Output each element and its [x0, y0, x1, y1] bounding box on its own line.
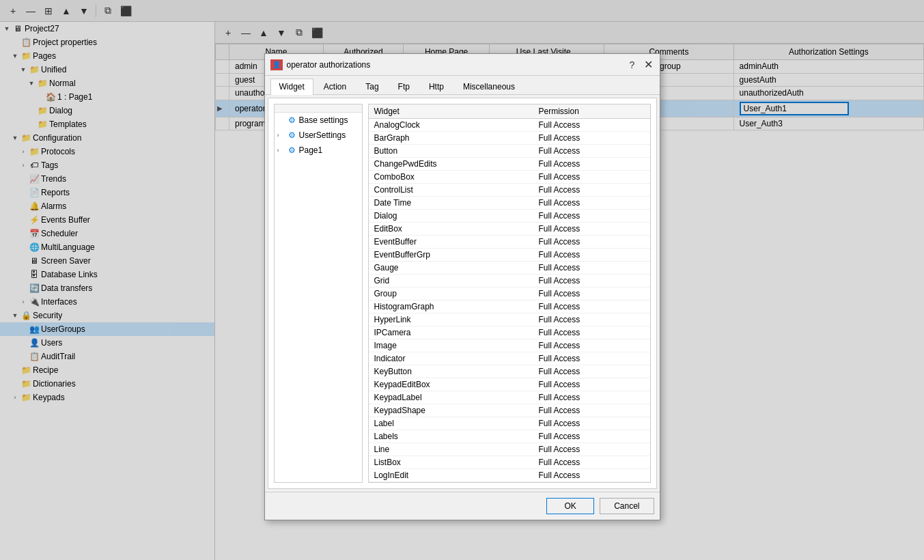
perm-permission: Full Access — [533, 158, 649, 171]
perm-row[interactable]: ImageFull Access — [369, 339, 650, 352]
perm-row[interactable]: Date TimeFull Access — [369, 197, 650, 210]
tab-http[interactable]: Http — [420, 79, 453, 94]
perm-row[interactable]: GroupFull Access — [369, 288, 650, 300]
perm-widget-name: KeypadEditBox — [369, 378, 533, 391]
tab-action[interactable]: Action — [315, 79, 355, 94]
perm-permission: Full Access — [533, 326, 649, 339]
perm-row[interactable]: DialogFull Access — [369, 210, 650, 223]
tree-item-base-settings[interactable]: ⚙ Base settings — [275, 113, 362, 128]
perm-permission: Full Access — [533, 300, 649, 313]
perm-row[interactable]: LabelsFull Access — [369, 430, 650, 443]
perm-widget-name: ListBox — [369, 456, 533, 469]
tree-item-user-settings[interactable]: › ⚙ UserSettings — [275, 128, 362, 143]
perm-widget-name: Dialog — [369, 210, 533, 223]
tree-expand-arrow: › — [277, 132, 285, 139]
perm-permission: Full Access — [533, 339, 649, 352]
perm-permission: Full Access — [533, 119, 649, 132]
perm-row[interactable]: LineFull Access — [369, 443, 650, 456]
perm-widget-name: AnalogClock — [369, 119, 533, 132]
tree-item-label: UserSettings — [299, 130, 346, 140]
perm-widget-name: BarGraph — [369, 132, 533, 145]
perm-widget-name: Date Time — [369, 197, 533, 210]
perm-widget-name: Line — [369, 443, 533, 456]
perm-row[interactable]: ComboBoxFull Access — [369, 171, 650, 184]
tab-miscellaneous[interactable]: Miscellaneous — [454, 79, 524, 94]
perm-row[interactable]: EventBufferGrpFull Access — [369, 249, 650, 262]
modal-permissions: Widget Permission AnalogClockFull Access… — [368, 104, 651, 483]
perm-row[interactable]: HistogramGraphFull Access — [369, 300, 650, 313]
perm-widget-name: Group — [369, 288, 533, 300]
perm-row[interactable]: BarGraphFull Access — [369, 132, 650, 145]
perm-permission: Full Access — [533, 456, 649, 469]
perm-widget-name: EditBox — [369, 223, 533, 236]
perm-permission: Full Access — [533, 262, 649, 275]
perm-row[interactable]: KeyButtonFull Access — [369, 365, 650, 378]
perm-permission: Full Access — [533, 404, 649, 417]
perm-widget-name: Image — [369, 339, 533, 352]
help-button[interactable]: ? — [626, 59, 639, 71]
perm-permission: Full Access — [533, 236, 649, 249]
perm-widget-name: Indicator — [369, 352, 533, 365]
modal-controls: ? ✕ — [626, 58, 654, 71]
perm-row[interactable]: KeypadLabelFull Access — [369, 391, 650, 404]
perm-row[interactable]: ButtonFull Access — [369, 145, 650, 158]
perm-row[interactable]: KeypadEditBoxFull Access — [369, 378, 650, 391]
perm-row[interactable]: HyperLinkFull Access — [369, 313, 650, 326]
perm-row[interactable]: EventBufferFull Access — [369, 236, 650, 249]
modal-tree: ⚙ Base settings › ⚙ UserSettings › ⚙ Pag… — [274, 104, 363, 483]
perm-row[interactable]: EditBoxFull Access — [369, 223, 650, 236]
perm-permission: Full Access — [533, 197, 649, 210]
tab-widget[interactable]: Widget — [270, 79, 313, 95]
perm-permission: Full Access — [533, 275, 649, 288]
permissions-table: Widget Permission AnalogClockFull Access… — [369, 104, 650, 482]
cancel-button[interactable]: Cancel — [600, 498, 654, 514]
ok-button[interactable]: OK — [546, 498, 594, 514]
perm-permission: Full Access — [533, 223, 649, 236]
perm-permission: Full Access — [533, 184, 649, 197]
perm-permission: Full Access — [533, 352, 649, 365]
perm-row[interactable]: IPCameraFull Access — [369, 326, 650, 339]
perm-col-permission: Permission — [533, 104, 649, 119]
perm-widget-name: IPCamera — [369, 326, 533, 339]
perm-row[interactable]: GridFull Access — [369, 275, 650, 288]
perm-widget-name: Label — [369, 417, 533, 430]
perm-widget-name: HyperLink — [369, 313, 533, 326]
perm-permission: Full Access — [533, 391, 649, 404]
perm-permission: Full Access — [533, 469, 649, 482]
perm-row[interactable]: IndicatorFull Access — [369, 352, 650, 365]
perm-permission: Full Access — [533, 145, 649, 158]
perm-widget-name: Labels — [369, 430, 533, 443]
perm-row[interactable]: AnalogClockFull Access — [369, 119, 650, 132]
perm-widget-name: Button — [369, 145, 533, 158]
perm-widget-name: KeyButton — [369, 365, 533, 378]
perm-widget-name: LogInEdit — [369, 469, 533, 482]
perm-row[interactable]: ControlListFull Access — [369, 184, 650, 197]
perm-row[interactable]: ChangePwdEditsFull Access — [369, 158, 650, 171]
tree-item-label: Page1 — [299, 145, 323, 155]
perm-permission: Full Access — [533, 378, 649, 391]
perm-row[interactable]: LabelFull Access — [369, 417, 650, 430]
perm-row[interactable]: ListBoxFull Access — [369, 456, 650, 469]
perm-widget-name: Grid — [369, 275, 533, 288]
gear-icon: ⚙ — [287, 130, 298, 141]
perm-widget-name: ComboBox — [369, 171, 533, 184]
modal-tabs: Widget Action Tag Ftp Http Miscellaneous — [265, 76, 660, 95]
perm-permission: Full Access — [533, 417, 649, 430]
perm-widget-name: KeypadLabel — [369, 391, 533, 404]
perm-widget-name: EventBufferGrp — [369, 249, 533, 262]
perm-widget-name: HistogramGraph — [369, 300, 533, 313]
perm-permission: Full Access — [533, 443, 649, 456]
close-button[interactable]: ✕ — [643, 58, 654, 71]
tree-item-page1[interactable]: › ⚙ Page1 — [275, 143, 362, 158]
perm-widget-name: Gauge — [369, 262, 533, 275]
modal-dialog: 👤 operator authorizations ? ✕ Widget Act… — [264, 53, 660, 520]
perm-row[interactable]: GaugeFull Access — [369, 262, 650, 275]
perm-row[interactable]: LogInEditFull Access — [369, 469, 650, 482]
modal-title-text: operator authorizations — [287, 60, 371, 70]
tab-ftp[interactable]: Ftp — [389, 79, 419, 94]
tab-tag[interactable]: Tag — [356, 79, 387, 94]
tree-item-label: Base settings — [299, 115, 348, 125]
modal-title-icon: 👤 — [270, 59, 283, 70]
perm-row[interactable]: KeypadShapeFull Access — [369, 404, 650, 417]
perm-permission: Full Access — [533, 288, 649, 300]
